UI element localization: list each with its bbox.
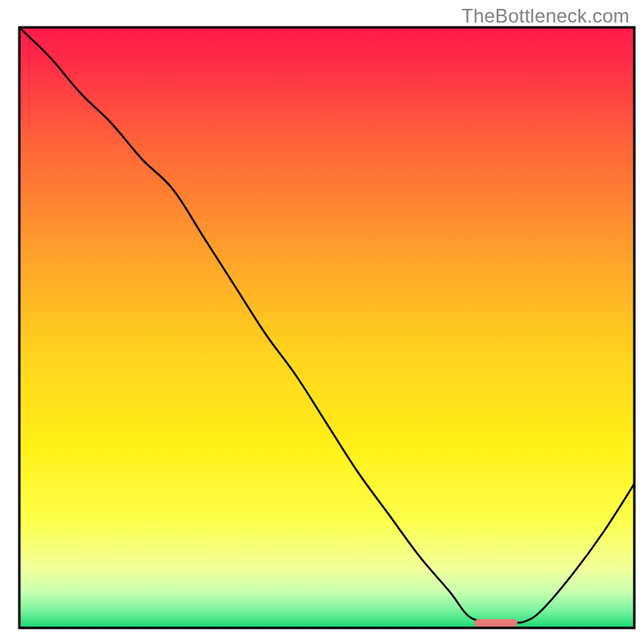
bottleneck-chart [0, 0, 644, 644]
chart-background [19, 27, 634, 628]
optimal-marker [474, 619, 517, 627]
